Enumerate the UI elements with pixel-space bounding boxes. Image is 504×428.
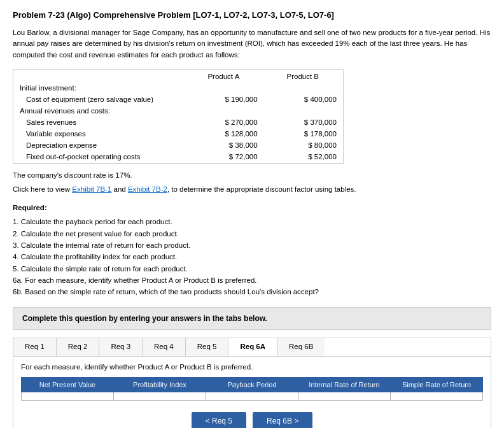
table-row: Initial investment: — [15, 83, 342, 93]
table-row: Sales revenues $ 270,000 $ 370,000 — [15, 117, 342, 127]
product-b-header: Product B — [264, 71, 342, 82]
tab-req2[interactable]: Req 2 — [57, 338, 100, 356]
exhibit-7b1-link[interactable]: Exhibit 7B-1 — [72, 185, 111, 193]
answer-cell[interactable] — [298, 392, 391, 400]
required-item: 6b. Based on the simple rate of return, … — [13, 286, 491, 297]
next-button[interactable]: Req 6B > — [253, 412, 312, 428]
answer-column-header: Simple Rate of Return — [391, 377, 483, 392]
table-row: Variable expenses $ 128,000 $ 178,000 — [15, 129, 342, 139]
required-item: 5. Calculate the simple rate of return f… — [13, 263, 491, 275]
answer-column-header: Payback Period — [206, 377, 298, 392]
for-each-text: For each measure, identify whether Produ… — [21, 363, 483, 371]
answer-column-header: Internal Rate of Return — [298, 377, 391, 392]
tabs-row: Req 1Req 2Req 3Req 4Req 5Req 6AReq 6B — [13, 338, 491, 356]
product-a-header: Product A — [185, 71, 262, 82]
table-row: Fixed out-of-pocket operating costs $ 72… — [15, 152, 342, 162]
required-section: Required: 1. Calculate the payback perio… — [13, 202, 491, 298]
cost-revenue-table: Product A Product B Initial investment: … — [13, 69, 344, 164]
tab-req6a[interactable]: Req 6A — [228, 338, 277, 356]
answer-cell[interactable] — [206, 392, 298, 400]
required-item: 1. Calculate the payback period for each… — [13, 216, 491, 227]
tab-content-area: For each measure, identify whether Produ… — [13, 356, 491, 428]
exhibit-text: Click here to view Exhibit 7B-1 and Exhi… — [13, 185, 491, 193]
tab-req3[interactable]: Req 3 — [99, 338, 143, 356]
required-label: Required: — [13, 202, 491, 213]
required-item: 4. Calculate the profitability index for… — [13, 251, 491, 262]
table-row: Depreciation expense $ 38,000 $ 80,000 — [15, 140, 342, 150]
answer-table: Net Present ValueProfitability IndexPayb… — [21, 377, 483, 401]
answer-cell[interactable] — [391, 392, 483, 400]
tab-req4[interactable]: Req 4 — [143, 338, 186, 356]
answer-cell[interactable] — [114, 392, 206, 400]
answer-column-header: Profitability Index — [114, 377, 206, 392]
tab-req1[interactable]: Req 1 — [13, 338, 57, 356]
answer-cell[interactable] — [22, 392, 114, 400]
complete-box: Complete this question by entering your … — [13, 307, 491, 330]
answer-column-header: Net Present Value — [22, 377, 114, 392]
exhibit-7b2-link[interactable]: Exhibit 7B-2 — [128, 185, 167, 193]
intro-text: Lou Barlow, a divisional manager for Sag… — [13, 27, 491, 61]
nav-buttons: < Req 5 Req 6B > — [21, 412, 483, 428]
tab-req5[interactable]: Req 5 — [186, 338, 229, 356]
table-row: Cost of equipment (zero salvage value) $… — [15, 94, 342, 104]
required-items: 1. Calculate the payback period for each… — [13, 216, 491, 298]
discount-text: The company's discount rate is 17%. — [13, 171, 491, 179]
required-item: 2. Calculate the net present value for e… — [13, 228, 491, 239]
page-title: Problem 7-23 (Algo) Comprehensive Proble… — [13, 10, 491, 20]
required-item: 3. Calculate the internal rate of return… — [13, 239, 491, 251]
tab-req6b[interactable]: Req 6B — [277, 338, 325, 356]
prev-button[interactable]: < Req 5 — [192, 412, 246, 428]
required-item: 6a. For each measure, identify whether P… — [13, 275, 491, 286]
table-row: Annual revenues and costs: — [15, 106, 342, 116]
